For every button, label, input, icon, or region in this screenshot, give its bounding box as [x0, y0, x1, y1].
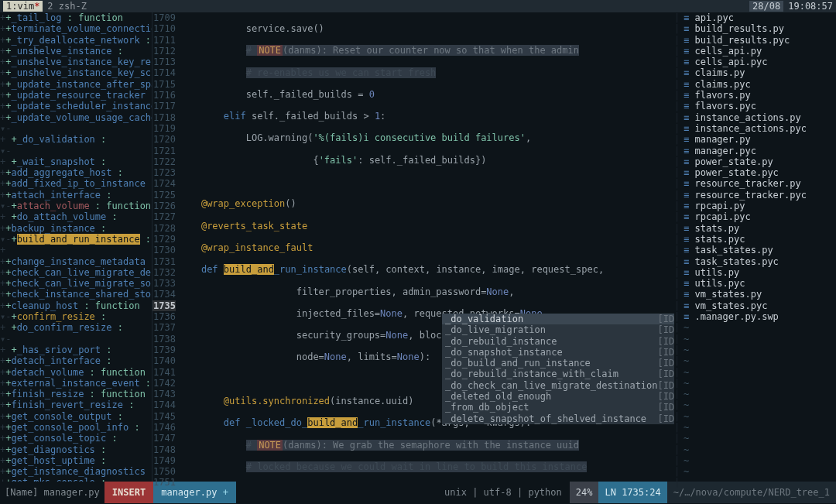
tagbar-panel[interactable]: ++_tail_log : function ++terminate_volum…: [0, 12, 152, 482]
tagbar-item[interactable]: ++get_host_uptime : function: [0, 455, 152, 466]
tagbar-item[interactable]: ▾-+attach_volume : function: [0, 201, 152, 211]
file-tree-item[interactable]: ≡ manager.py: [684, 134, 836, 145]
autocomplete-item[interactable]: _do_snapshot_instance[ID]: [442, 347, 674, 358]
statusline: [Name] manager.py INSERT manager.py + un…: [0, 482, 836, 503]
file-tree-item[interactable]: ≡ build_results.pyc: [684, 35, 836, 46]
autocomplete-item[interactable]: _do_live_migration[ID]: [442, 324, 674, 335]
file-tree-item[interactable]: ≡ utils.pyc: [684, 278, 836, 289]
tagbar-item[interactable]: + +_has_sriov_port : function: [0, 345, 152, 355]
file-tree-item[interactable]: ≡ claims.pyc: [684, 79, 836, 90]
tagbar-item[interactable]: ++check_can_live_migrate_sourc: [0, 278, 152, 289]
tagbar-item[interactable]: ++_update_instance_after_spawn: [0, 79, 152, 90]
file-tree-item[interactable]: ≡ vm_states.py: [684, 289, 836, 300]
tagbar-item[interactable]: ++get_instance_diagnostics : f: [0, 466, 152, 477]
tagbar-item[interactable]: ++get_mks_console : function: [0, 477, 152, 482]
tagbar-item[interactable]: ++_update_scheduler_instance_i: [0, 101, 152, 111]
tagbar-item[interactable]: + +do_confirm_resize : functi: [0, 322, 152, 333]
tagbar-item[interactable]: ▾-+_validate_instance_group_pol: [0, 123, 152, 134]
line-number: 1745: [152, 411, 176, 422]
tagbar-item[interactable]: ++_update_resource_tracker : f: [0, 90, 152, 101]
autocomplete-item[interactable]: _delete_snapshot_of_shelved_instance[ID]: [442, 413, 674, 424]
code-editor[interactable]: service.save() # NOTE(danms): Reset our …: [179, 12, 674, 482]
tagbar-item[interactable]: ++terminate_volume_connection: [0, 23, 152, 34]
tagbar-item[interactable]: ++_try_deallocate_network : fu: [0, 35, 152, 46]
file-tree-item[interactable]: ≡ task_states.pyc: [684, 256, 836, 267]
tagbar-item[interactable]: ++get_console_pool_info : func: [0, 422, 152, 433]
status-tree-path: ~/…/nova/compute/NERD_tree_1: [667, 482, 836, 503]
file-tree-item[interactable]: ≡ build_results.py: [684, 23, 836, 34]
tagbar-item[interactable]: ▾-+confirm_resize : function: [0, 311, 152, 322]
file-tree-item[interactable]: ≡ manager.pyc: [684, 146, 836, 156]
tagbar-item[interactable]: ++finish_revert_resize : funct: [0, 399, 152, 410]
file-tree-item[interactable]: ≡ resource_tracker.pyc: [684, 190, 836, 201]
line-number: 1730: [152, 245, 176, 255]
file-tree-item[interactable]: ≡ resource_tracker.py: [684, 178, 836, 189]
tagbar-item[interactable]: ++external_instance_event : fu: [0, 378, 152, 389]
file-tree-item[interactable]: ≡ vm_states.pyc: [684, 300, 836, 311]
status-time: 19:08:57: [788, 1, 833, 12]
autocomplete-item[interactable]: _do_rebuild_instance[ID]: [442, 336, 674, 347]
tagbar-item[interactable]: ++attach_interface : function: [0, 190, 152, 201]
tagbar-item[interactable]: ++check_instance_shared_storag: [0, 289, 152, 300]
tagbar-item[interactable]: ++detach_interface : function: [0, 355, 152, 366]
tagbar-item[interactable]: ▾-+build_and_run_instance : fun: [0, 234, 152, 245]
line-number: 1749: [152, 455, 176, 466]
tagbar-item[interactable]: ++get_console_topic : function: [0, 433, 152, 444]
tagbar-item[interactable]: ++add_fixed_ip_to_instance : f: [0, 178, 152, 189]
status-date: 28/08: [749, 1, 783, 12]
file-tree-item[interactable]: ≡ task_states.py: [684, 245, 836, 255]
tagbar-item[interactable]: ++add_aggregate_host : functio: [0, 167, 152, 178]
tmux-tab-active[interactable]: 1:vim*: [3, 1, 43, 12]
tagbar-item[interactable]: ++backup_instance : function: [0, 223, 152, 234]
tagbar-item[interactable]: ++_unshelve_instance_key_resto: [0, 57, 152, 67]
file-tree-item[interactable]: ≡ api.pyc: [684, 12, 836, 23]
file-tree-item[interactable]: ≡ stats.py: [684, 223, 836, 234]
line-number: 1744: [152, 399, 176, 410]
tagbar-item[interactable]: ▾-+deallocate_sriov_ports_on_re: [0, 334, 152, 345]
tagbar-item[interactable]: ++cleanup_host : function: [0, 300, 152, 311]
tagbar-item[interactable]: + +do_attach_volume : functio: [0, 211, 152, 222]
file-tree-item[interactable]: ≡ .manager.py.swp: [684, 311, 836, 322]
tagbar-item[interactable]: ++change_instance_metadata : f: [0, 256, 152, 267]
file-tree-item[interactable]: ≡ flavors.pyc: [684, 101, 836, 111]
line-number: 1715: [152, 79, 176, 90]
file-tree-item[interactable]: ≡ instance_actions.py: [684, 112, 836, 123]
autocomplete-item[interactable]: _do_rebuild_instance_with_claim[ID]: [442, 369, 674, 379]
file-tree-item[interactable]: ≡ cells_api.pyc: [684, 57, 836, 67]
file-tree-item[interactable]: ≡ instance_actions.pyc: [684, 123, 836, 134]
file-tree-item[interactable]: ≡ rpcapi.pyc: [684, 211, 836, 222]
line-number: 1733: [152, 278, 176, 289]
tagbar-item[interactable]: ++get_console_output : functio: [0, 411, 152, 422]
tagbar-item[interactable]: + +_do_validation : function: [0, 134, 152, 145]
tagbar-item[interactable]: + +_locked_do_build_and_run_i: [0, 245, 152, 255]
file-tree-item[interactable]: ≡ utils.py: [684, 267, 836, 278]
file-tree-item[interactable]: ≡ cells_api.py: [684, 46, 836, 57]
tagbar-item[interactable]: ++get_diagnostics : function: [0, 444, 152, 455]
tagbar-item[interactable]: ++_unshelve_instance_key_scrub: [0, 67, 152, 78]
file-tree-item[interactable]: ≡ claims.py: [684, 67, 836, 78]
autocomplete-item[interactable]: _deleted_old_enough[ID]: [442, 391, 674, 402]
tagbar-item[interactable]: ++_update_volume_usage_cache :: [0, 112, 152, 123]
autocomplete-item[interactable]: _do_check_can_live_migrate_destination[I…: [442, 380, 674, 391]
autocomplete-item[interactable]: _do_build_and_run_instance[ID]: [442, 358, 674, 369]
file-tree-item[interactable]: ≡ power_state.py: [684, 156, 836, 167]
tagbar-item[interactable]: ++detach_volume : function: [0, 367, 152, 378]
autocomplete-item[interactable]: _do_validation[ID]: [442, 314, 674, 324]
line-number: 1711: [152, 35, 176, 46]
tagbar-item[interactable]: ++finish_resize : function: [0, 389, 152, 399]
file-tree-item[interactable]: ≡ rpcapi.py: [684, 201, 836, 211]
file-tree-item[interactable]: ≡ power_state.pyc: [684, 167, 836, 178]
tagbar-item[interactable]: ++_tail_log : function: [0, 12, 152, 23]
line-number: 1722: [152, 156, 176, 167]
file-tree-item[interactable]: ≡ flavors.py: [684, 90, 836, 101]
tmux-tab[interactable]: 2 zsh-Z: [47, 1, 87, 12]
file-tree-item[interactable]: ≡ stats.pyc: [684, 234, 836, 245]
tagbar-item[interactable]: ▾-+_wait_for_snapshots_completi: [0, 146, 152, 156]
autocomplete-item[interactable]: _from_db_object[ID]: [442, 402, 674, 413]
status-mode: INSERT: [104, 482, 153, 503]
tagbar-item[interactable]: ++_unshelve_instance : functio: [0, 46, 152, 57]
tagbar-item[interactable]: + +_wait_snapshot : function: [0, 156, 152, 167]
file-tree-panel[interactable]: ≡ api.pyc ≡ build_results.py ≡ build_res…: [684, 12, 836, 482]
tagbar-item[interactable]: ++check_can_live_migrate_desti: [0, 267, 152, 278]
autocomplete-popup[interactable]: _do_validation[ID]_do_live_migration[ID]…: [442, 314, 674, 424]
